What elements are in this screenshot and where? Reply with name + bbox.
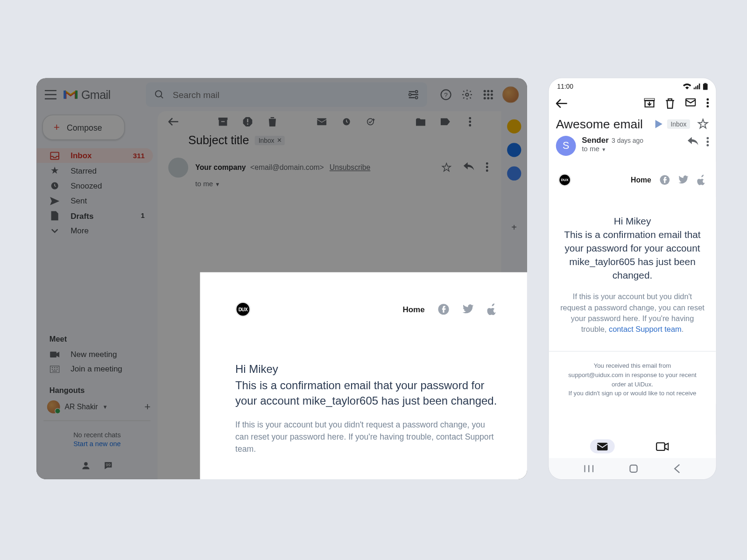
inbox-chip[interactable]: Inbox✕ <box>255 135 285 145</box>
gear-icon[interactable] <box>460 89 474 100</box>
twitter-icon[interactable] <box>462 304 474 315</box>
sidebar-item-drafts[interactable]: Drafts 1 <box>36 208 153 224</box>
svg-point-13 <box>487 93 489 96</box>
subject-text: Subject title <box>188 133 249 147</box>
gmail-logo[interactable]: Gmail <box>63 88 110 101</box>
twitter-icon[interactable] <box>678 175 689 184</box>
facebook-icon[interactable] <box>659 175 670 185</box>
apple-icon[interactable] <box>487 303 498 315</box>
star-icon[interactable] <box>697 118 709 130</box>
brand-logo: DUX <box>558 174 571 187</box>
sidebar-item-new-meeting[interactable]: New meeting <box>36 347 153 362</box>
to-me[interactable]: to me ▼ <box>158 180 501 193</box>
more-icon[interactable] <box>486 162 488 173</box>
back-icon[interactable] <box>168 118 179 126</box>
moveto-icon[interactable] <box>416 118 426 126</box>
addtask-icon[interactable] <box>366 117 377 126</box>
home-link[interactable]: Home <box>631 176 651 184</box>
sidebar-item-starred[interactable]: Starred <box>36 163 153 178</box>
start-new-chat-link[interactable]: Start a new one <box>36 441 158 448</box>
rail-app-tasks[interactable] <box>507 143 521 157</box>
svg-rect-0 <box>63 91 66 99</box>
sidebar-item-inbox[interactable]: Inbox 311 <box>36 148 153 163</box>
snooze-icon[interactable] <box>341 117 352 126</box>
back-icon[interactable] <box>674 464 681 473</box>
help-icon[interactable]: ? <box>439 89 453 100</box>
nav-mail-icon[interactable] <box>590 439 615 453</box>
compose-button[interactable]: + Compose <box>42 115 125 140</box>
drafts-count: 1 <box>141 212 145 220</box>
more-icon[interactable] <box>706 98 709 109</box>
svg-point-49 <box>706 102 709 104</box>
to-me[interactable]: to me ▼ <box>582 145 682 153</box>
svg-rect-44 <box>703 84 708 90</box>
sidebar-item-join-meeting[interactable]: Join a meeting <box>36 362 153 377</box>
svg-rect-39 <box>694 88 695 90</box>
sidebar-label: New meeting <box>70 350 117 359</box>
note-text: If this is your account but you didn't r… <box>235 419 498 455</box>
home-icon[interactable] <box>629 464 638 473</box>
more-icon[interactable] <box>706 137 709 147</box>
apple-icon[interactable] <box>697 175 706 185</box>
profile-avatar[interactable] <box>502 86 519 103</box>
archive-icon[interactable] <box>218 118 228 126</box>
sidebar-label: Join a meeting <box>70 364 122 373</box>
delete-icon[interactable] <box>665 98 675 109</box>
inbox-chip[interactable]: Inbox <box>667 119 690 129</box>
svg-point-19 <box>51 182 58 189</box>
chat-icon[interactable]: 99 <box>103 461 114 471</box>
spam-icon[interactable] <box>242 117 253 126</box>
sidebar-item-snoozed[interactable]: Snoozed <box>36 178 153 194</box>
add-icon[interactable]: + <box>144 401 150 413</box>
clock-icon <box>49 181 60 190</box>
svg-rect-21 <box>50 365 59 372</box>
svg-rect-1 <box>75 91 78 99</box>
mail-icon[interactable] <box>685 98 696 109</box>
svg-rect-43 <box>704 83 706 84</box>
mobile-subject-row: Awesome email Inbox <box>549 115 716 136</box>
menu-icon[interactable] <box>45 90 56 99</box>
sender-row: Your company <email@domain.com> Unsubscr… <box>158 152 501 180</box>
search-input[interactable] <box>173 90 400 99</box>
recents-icon[interactable] <box>584 464 593 473</box>
svg-point-6 <box>441 90 451 99</box>
nav-meet-icon[interactable] <box>650 439 675 453</box>
archive-icon[interactable] <box>644 98 655 109</box>
rail-app-keep[interactable] <box>507 119 521 133</box>
svg-point-15 <box>484 97 486 99</box>
svg-rect-55 <box>597 442 608 450</box>
svg-rect-24 <box>218 118 227 120</box>
sidebar-label: Drafts <box>70 211 93 220</box>
apps-icon[interactable] <box>481 90 495 100</box>
inbox-icon <box>49 151 60 160</box>
svg-rect-40 <box>695 86 697 89</box>
support-link[interactable]: contact Support team <box>609 324 682 333</box>
search-filter-icon[interactable] <box>408 90 419 99</box>
delete-icon[interactable] <box>267 117 278 126</box>
search-icon <box>154 90 165 100</box>
hangouts-user[interactable]: AR Shakir ▼ + <box>36 398 158 416</box>
send-icon <box>49 196 60 205</box>
reply-icon[interactable] <box>688 137 698 147</box>
rail-app-contacts[interactable] <box>507 167 521 181</box>
compose-label: Compose <box>67 123 102 132</box>
rail-add-icon[interactable]: + <box>511 222 517 233</box>
sidebar-label: Starred <box>70 166 97 175</box>
home-link[interactable]: Home <box>402 305 424 314</box>
unread-icon[interactable] <box>317 118 327 125</box>
sidebar-item-more[interactable]: More <box>36 224 153 238</box>
sidebar-item-sent[interactable]: Sent <box>36 194 153 209</box>
unsubscribe-link[interactable]: Unsubscribe <box>330 163 371 172</box>
label-icon[interactable] <box>440 118 451 125</box>
star-icon[interactable] <box>441 162 452 173</box>
more-icon[interactable] <box>465 117 475 126</box>
reply-icon[interactable] <box>464 162 474 173</box>
facebook-icon[interactable] <box>437 303 449 315</box>
person-icon[interactable] <box>81 461 92 471</box>
svg-point-11 <box>491 90 493 92</box>
search-bar[interactable] <box>146 82 427 107</box>
back-icon[interactable] <box>556 99 568 108</box>
confirmation-text: This is a confirmation email that your p… <box>558 228 707 282</box>
svg-rect-57 <box>630 465 637 472</box>
svg-point-32 <box>469 117 471 119</box>
